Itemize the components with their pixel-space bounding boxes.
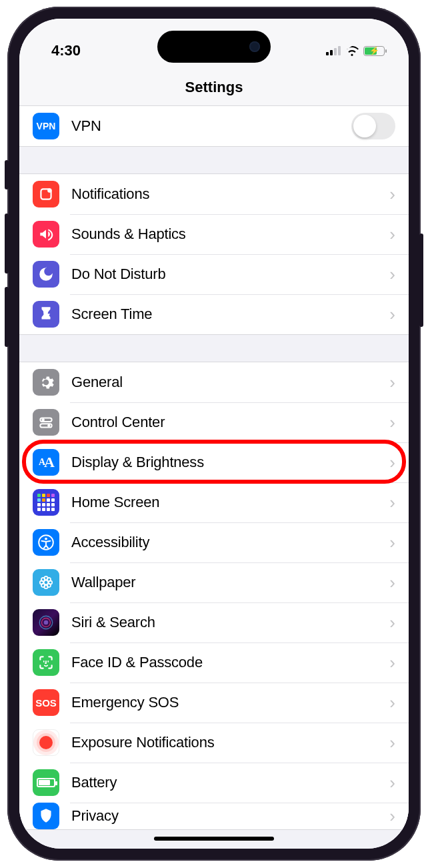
svg-point-7 <box>45 538 47 540</box>
settings-group: General › Control Center › AA Display & … <box>19 362 409 830</box>
row-wallpaper[interactable]: Wallpaper › <box>19 562 409 602</box>
phone-frame: 4:30 ⚡ Settings VPN VPN <box>7 7 421 861</box>
row-label: Privacy <box>71 807 384 825</box>
gear-icon <box>33 369 59 396</box>
faceid-icon <box>33 649 59 676</box>
sos-icon: SOS <box>33 689 59 716</box>
row-display-brightness[interactable]: AA Display & Brightness › <box>19 442 409 482</box>
siri-icon <box>33 609 59 636</box>
svg-point-15 <box>41 584 45 587</box>
row-label: Wallpaper <box>71 574 384 591</box>
chevron-right-icon: › <box>384 224 395 245</box>
dynamic-island <box>157 31 271 63</box>
settings-group: VPN VPN <box>19 106 409 147</box>
row-label: Do Not Disturb <box>71 266 384 283</box>
svg-point-16 <box>47 584 51 587</box>
row-label: Notifications <box>71 185 384 203</box>
chevron-right-icon: › <box>384 372 395 393</box>
chevron-right-icon: › <box>384 612 395 633</box>
row-siri[interactable]: Siri & Search › <box>19 602 409 642</box>
row-label: Face ID & Passcode <box>71 654 384 671</box>
svg-point-19 <box>44 620 49 625</box>
row-screentime[interactable]: Screen Time › <box>19 294 409 334</box>
chevron-right-icon: › <box>384 532 395 553</box>
row-sounds[interactable]: Sounds & Haptics › <box>19 214 409 254</box>
row-vpn[interactable]: VPN VPN <box>19 106 409 146</box>
status-icons: ⚡ <box>326 46 385 56</box>
row-exposure[interactable]: Exposure Notifications › <box>19 723 409 763</box>
exposure-icon <box>33 729 59 756</box>
battery-row-icon <box>33 769 59 796</box>
row-label: Emergency SOS <box>71 694 384 711</box>
row-homescreen[interactable]: Home Screen › <box>19 482 409 522</box>
row-battery[interactable]: Battery › <box>19 763 409 803</box>
sounds-icon <box>33 221 59 248</box>
row-privacy[interactable]: Privacy › <box>19 803 409 829</box>
chevron-right-icon: › <box>384 733 395 753</box>
chevron-right-icon: › <box>384 806 395 827</box>
chevron-right-icon: › <box>384 653 395 673</box>
silent-switch <box>5 160 9 189</box>
settings-list[interactable]: VPN VPN Notifications › <box>19 106 409 849</box>
row-controlcenter[interactable]: Control Center › <box>19 402 409 442</box>
page-title: Settings <box>19 75 409 106</box>
row-notifications[interactable]: Notifications › <box>19 174 409 214</box>
row-label: Sounds & Haptics <box>71 226 384 243</box>
status-time: 4:30 <box>51 42 81 59</box>
screentime-icon <box>33 301 59 328</box>
svg-point-13 <box>41 578 45 581</box>
wifi-icon <box>345 46 359 56</box>
privacy-icon <box>33 803 59 829</box>
row-general[interactable]: General › <box>19 362 409 402</box>
front-camera <box>249 41 260 52</box>
svg-point-5 <box>47 424 50 427</box>
row-accessibility[interactable]: Accessibility › <box>19 522 409 562</box>
battery-icon: ⚡ <box>363 46 385 56</box>
chevron-right-icon: › <box>384 264 395 285</box>
row-label: Accessibility <box>71 534 384 551</box>
row-label: Display & Brightness <box>71 454 384 471</box>
vpn-icon: VPN <box>33 113 59 139</box>
accessibility-icon <box>33 529 59 556</box>
row-label: VPN <box>71 117 351 135</box>
row-label: General <box>71 374 384 391</box>
homescreen-icon <box>33 489 59 516</box>
chevron-right-icon: › <box>384 412 395 433</box>
screen: 4:30 ⚡ Settings VPN VPN <box>19 19 409 849</box>
wallpaper-icon <box>33 569 59 596</box>
volume-down-button <box>5 287 9 347</box>
row-label: Battery <box>71 774 384 791</box>
chevron-right-icon: › <box>384 693 395 713</box>
vpn-toggle[interactable] <box>351 113 395 139</box>
control-center-icon <box>33 409 59 436</box>
settings-group: Notifications › Sounds & Haptics › Do No… <box>19 173 409 335</box>
svg-point-1 <box>47 188 52 193</box>
svg-point-3 <box>42 418 45 421</box>
row-label: Control Center <box>71 414 384 431</box>
chevron-right-icon: › <box>384 572 395 593</box>
chevron-right-icon: › <box>384 773 395 793</box>
row-label: Exposure Notifications <box>71 734 384 751</box>
chevron-right-icon: › <box>384 184 395 205</box>
chevron-right-icon: › <box>384 304 395 325</box>
chevron-right-icon: › <box>384 492 395 513</box>
row-label: Home Screen <box>71 494 384 511</box>
row-label: Screen Time <box>71 306 384 323</box>
home-indicator[interactable] <box>154 837 274 841</box>
svg-point-14 <box>47 578 51 581</box>
dnd-icon <box>33 261 59 288</box>
row-dnd[interactable]: Do Not Disturb › <box>19 254 409 294</box>
row-sos[interactable]: SOS Emergency SOS › <box>19 683 409 723</box>
notifications-icon <box>33 181 59 207</box>
row-label: Siri & Search <box>71 614 384 631</box>
display-icon: AA <box>33 449 59 476</box>
chevron-right-icon: › <box>384 452 395 473</box>
row-faceid[interactable]: Face ID & Passcode › <box>19 642 409 683</box>
volume-up-button <box>5 213 9 274</box>
cellular-signal-icon <box>326 46 341 55</box>
power-button <box>419 234 423 327</box>
